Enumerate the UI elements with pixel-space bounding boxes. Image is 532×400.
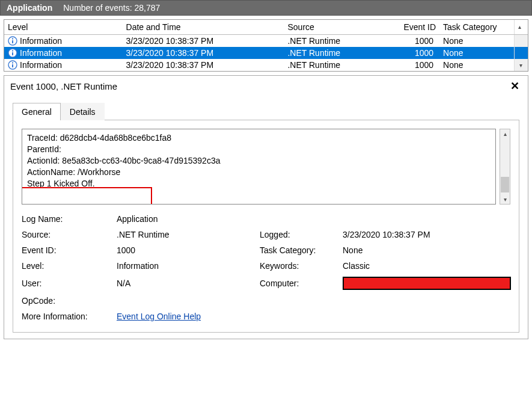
col-header-taskcat[interactable]: Task Category (439, 20, 514, 35)
event-list: Level Date and Time Source Event ID Task… (4, 19, 528, 72)
value-user: N/A (117, 278, 255, 288)
col-header-date[interactable]: Date and Time (123, 20, 284, 35)
cell-taskcat: None (439, 59, 514, 71)
info-icon (8, 36, 17, 46)
cell-eventid: 1000 (390, 47, 439, 59)
table-row[interactable]: Information3/23/2020 10:38:37 PM.NET Run… (4, 59, 528, 71)
header-bar: Application Number of events: 28,787 (0, 0, 532, 16)
chevron-up-icon: ▴ (504, 129, 507, 138)
cell-source: .NET Runtime (284, 59, 390, 71)
label-moreinfo: More Information: (22, 312, 112, 321)
label-eventid: Event ID: (22, 245, 112, 255)
value-keywords: Classic (343, 261, 511, 271)
svg-rect-1 (12, 40, 13, 43)
details-header: Event 1000, .NET Runtime ✕ (4, 76, 528, 96)
tab-content-general: TraceId: d628dcb4-4da68b8ce6bc1fa8 Paren… (13, 120, 519, 333)
value-logged: 3/23/2020 10:38:37 PM (343, 230, 511, 239)
tab-details[interactable]: Details (61, 103, 105, 120)
col-header-source[interactable]: Source (284, 20, 390, 35)
tabs: General Details (13, 102, 519, 120)
label-taskcat: Task Category: (260, 245, 338, 255)
chevron-down-icon: ▾ (518, 61, 524, 70)
list-scroll-cell[interactable] (514, 47, 528, 59)
details-panel: Event 1000, .NET Runtime ✕ General Detai… (4, 75, 528, 339)
table-row[interactable]: Information3/23/2020 10:38:37 PM.NET Run… (4, 47, 528, 59)
value-level: Information (117, 261, 255, 271)
msg-step1: Step 1 Kicked Off. (27, 178, 491, 189)
msg-parentid: ParentId: (27, 144, 491, 155)
label-logged: Logged: (260, 230, 338, 239)
value-moreinfo: Event Log Online Help (117, 312, 511, 321)
events-count: Number of events: 28,787 (63, 3, 160, 13)
info-icon (8, 48, 17, 58)
level-text: Information (20, 60, 62, 70)
scroll-thumb[interactable] (501, 177, 509, 192)
chevron-up-icon: ▴ (518, 22, 524, 31)
svg-rect-4 (12, 52, 13, 55)
value-source: .NET Runtime (117, 230, 255, 239)
level-text: Information (20, 48, 62, 58)
label-keywords: Keywords: (260, 261, 338, 271)
list-scroll-up[interactable]: ▴ (514, 20, 528, 35)
chevron-down-icon: ▾ (504, 195, 507, 204)
fields-grid: Log Name: Application Source: .NET Runti… (22, 214, 510, 321)
cell-eventid: 1000 (390, 35, 439, 48)
cell-date: 3/23/2020 10:38:37 PM (123, 59, 284, 71)
value-taskcat: None (343, 245, 511, 255)
value-eventid: 1000 (117, 245, 255, 255)
cell-date: 3/23/2020 10:38:37 PM (123, 47, 284, 59)
label-opcode: OpCode: (22, 296, 112, 306)
msg-actionname: ActionName: /Workhorse (27, 167, 491, 178)
label-logname: Log Name: (22, 214, 112, 224)
event-table: Level Date and Time Source Event ID Task… (4, 20, 528, 71)
label-computer: Computer: (260, 278, 338, 288)
cell-source: .NET Runtime (284, 47, 390, 59)
tabs-wrap: General Details (4, 96, 528, 120)
cell-source: .NET Runtime (284, 35, 390, 48)
svg-rect-8 (12, 63, 13, 64)
cell-taskcat: None (439, 35, 514, 48)
close-icon[interactable]: ✕ (508, 79, 522, 93)
highlight-box (22, 187, 152, 205)
value-computer (343, 277, 511, 290)
value-logname: Application (117, 214, 511, 224)
tab-general[interactable]: General (13, 103, 61, 120)
label-user: User: (22, 278, 112, 288)
col-header-level[interactable]: Level (4, 20, 123, 35)
info-icon (8, 60, 17, 70)
col-header-eventid[interactable]: Event ID (390, 20, 439, 35)
svg-rect-7 (12, 64, 13, 67)
cell-taskcat: None (439, 47, 514, 59)
more-info-link[interactable]: Event Log Online Help (117, 312, 201, 321)
cell-date: 3/23/2020 10:38:37 PM (123, 35, 284, 48)
list-scroll-cell[interactable]: ▾ (514, 59, 528, 71)
msg-actionid: ActionId: 8e5a83cb-cc63-40bc-9ca8-47d915… (27, 155, 491, 167)
label-level: Level: (22, 261, 112, 271)
msg-traceid: TraceId: d628dcb4-4da68b8ce6bc1fa8 (27, 132, 491, 144)
redacted-box (343, 277, 511, 290)
cell-eventid: 1000 (390, 59, 439, 71)
details-title: Event 1000, .NET Runtime (10, 81, 117, 91)
app-name: Application (7, 3, 52, 13)
label-source: Source: (22, 230, 112, 239)
level-text: Information (20, 36, 62, 46)
list-scroll-cell[interactable] (514, 35, 528, 48)
svg-rect-5 (12, 51, 13, 52)
table-row[interactable]: Information3/23/2020 10:38:37 PM.NET Run… (4, 35, 528, 48)
message-scrollbar[interactable]: ▴ ▾ (500, 129, 510, 205)
message-box-wrap: TraceId: d628dcb4-4da68b8ce6bc1fa8 Paren… (22, 129, 510, 205)
table-header-row: Level Date and Time Source Event ID Task… (4, 20, 528, 35)
svg-rect-2 (12, 38, 13, 40)
message-box[interactable]: TraceId: d628dcb4-4da68b8ce6bc1fa8 Paren… (22, 129, 496, 205)
